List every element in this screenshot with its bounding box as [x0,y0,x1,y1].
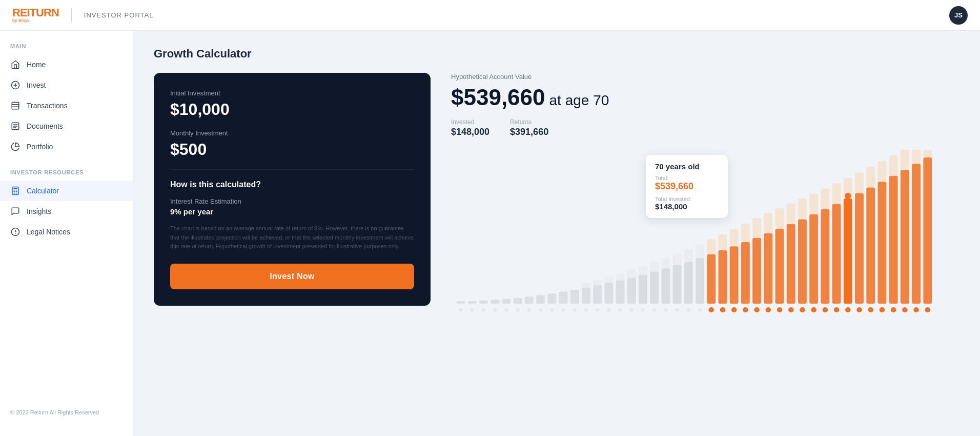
dollar-icon [10,80,21,90]
svg-rect-71 [798,219,807,304]
svg-rect-85 [877,182,886,304]
svg-point-130 [845,307,851,312]
monthly-investment-label: Monthly Investment [170,129,414,137]
svg-rect-44 [639,266,647,275]
sidebar-item-home-label: Home [27,61,46,69]
svg-rect-36 [593,280,602,286]
results-panel: Hypothetical Account Value $539,660 at a… [431,73,959,314]
svg-rect-64 [752,218,761,238]
tooltip-total-value: $539,660 [655,181,719,192]
svg-point-135 [902,307,908,312]
svg-point-101 [516,308,519,312]
svg-rect-87 [889,176,898,304]
svg-rect-34 [582,283,590,287]
portal-label: INVESTOR PORTAL [84,11,154,19]
svg-point-96 [459,308,462,312]
sidebar-item-invest[interactable]: Invest [0,75,133,95]
svg-rect-32 [570,290,579,304]
sidebar-item-transactions-label: Transactions [27,102,68,110]
svg-rect-69 [787,224,795,304]
svg-rect-81 [855,193,864,304]
svg-rect-72 [798,199,807,219]
svg-rect-88 [889,155,898,176]
svg-rect-63 [752,238,761,304]
svg-point-129 [834,307,840,312]
insights-icon [10,206,21,216]
documents-icon [10,121,21,131]
svg-point-118 [708,307,714,312]
sidebar-item-insights[interactable]: Insights [0,201,133,222]
initial-investment-label: Initial Investment [170,89,414,97]
returns-value: $391,660 [510,127,548,137]
svg-rect-54 [696,244,704,258]
sidebar-item-portfolio-label: Portfolio [27,143,53,151]
svg-rect-46 [650,262,659,272]
svg-point-116 [687,308,690,312]
svg-rect-92 [912,150,921,164]
svg-rect-56 [707,240,716,254]
sidebar-item-calculator[interactable]: Calculator [0,181,133,201]
svg-rect-76 [821,189,829,209]
disclaimer-text: The chart is based on an average annual … [170,224,414,251]
invest-now-button[interactable]: Invest Now [170,264,414,289]
calculator-layout: Initial Investment $10,000 Monthly Inves… [154,73,959,314]
svg-rect-37 [604,283,613,304]
svg-point-104 [550,308,554,312]
svg-point-105 [561,308,565,312]
svg-point-128 [823,307,828,312]
svg-point-124 [777,307,783,312]
returns-label: Returns [510,118,548,126]
svg-point-123 [766,307,771,312]
svg-rect-62 [741,224,750,242]
invested-value: $148,000 [451,127,489,137]
svg-rect-52 [684,249,693,262]
hypo-label: Hypothetical Account Value [451,73,939,81]
stats-row: Invested $148,000 Returns $391,660 [451,118,939,137]
svg-rect-58 [718,234,727,250]
how-title: How is this calculated? [170,180,414,189]
tooltip-invested-label: Total Invested: [655,196,719,202]
svg-rect-39 [616,281,625,304]
svg-rect-43 [639,275,647,304]
svg-point-127 [811,307,816,312]
avatar[interactable]: JS [949,6,968,25]
svg-rect-40 [616,273,625,281]
svg-point-117 [698,308,702,312]
sidebar: Main Home Invest [0,31,133,436]
svg-point-99 [493,308,497,312]
svg-point-136 [913,307,919,312]
invested-stat: Invested $148,000 [451,118,489,137]
returns-stat: Returns $391,660 [510,118,548,137]
svg-rect-25 [491,300,499,304]
sidebar-item-transactions[interactable]: Transactions [0,95,133,116]
svg-rect-59 [730,246,739,304]
sidebar-item-documents[interactable]: Documents [0,116,133,136]
sidebar-item-legal[interactable]: Legal Notices [0,222,133,242]
sidebar-item-legal-label: Legal Notices [27,228,70,236]
calculator-icon [10,186,21,196]
transactions-icon [10,101,21,111]
svg-rect-70 [787,204,795,224]
sidebar-item-portfolio[interactable]: Portfolio [0,136,133,157]
svg-rect-65 [764,233,772,304]
svg-rect-61 [741,242,750,304]
sidebar-item-home[interactable]: Home [0,54,133,75]
svg-point-137 [925,307,930,312]
svg-rect-47 [661,268,670,304]
svg-point-121 [743,307,748,312]
svg-rect-53 [696,258,704,304]
svg-point-115 [675,308,679,312]
svg-rect-82 [855,172,864,193]
svg-rect-23 [468,301,477,304]
svg-rect-30 [547,293,556,304]
svg-rect-48 [661,258,670,269]
svg-rect-22 [457,301,465,304]
portfolio-icon [10,142,21,152]
interest-value: 9% per year [170,207,414,216]
interest-label: Interest Rate Estimation [170,197,414,205]
svg-point-107 [584,308,588,312]
svg-point-114 [664,308,667,312]
svg-rect-33 [582,288,590,304]
svg-rect-78 [832,184,841,204]
svg-rect-51 [684,262,693,304]
